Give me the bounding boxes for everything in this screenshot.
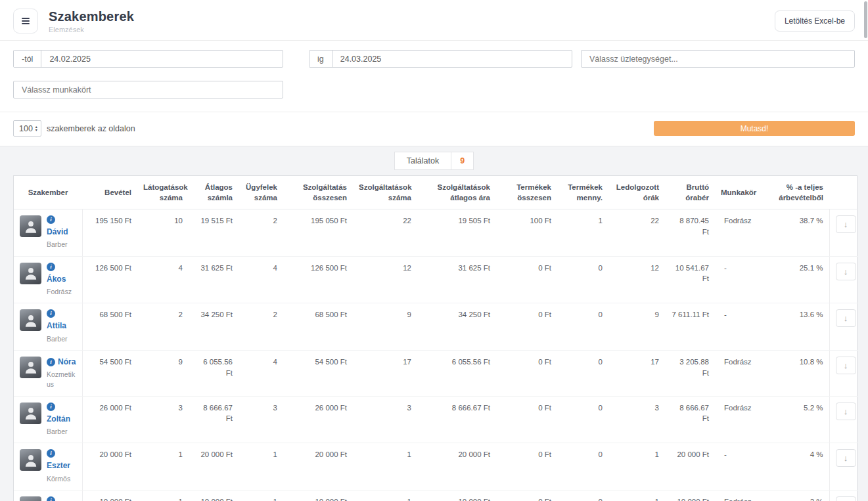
results-count-badge[interactable]: 9 xyxy=(451,152,474,170)
cell-termekek-osszesen: 100 Ft xyxy=(496,209,557,257)
cell-szolgaltatasok-atlagos-ara: 31 625 Ft xyxy=(417,256,496,303)
cell-munkakor: Fodrász xyxy=(715,396,766,443)
cell-ledolgozott-orak: 1 xyxy=(608,490,665,501)
per-page-select[interactable]: 100 ▴▾ xyxy=(13,120,41,137)
table-row: i Nóra Kozmetikus 54 500 Ft 9 6 055.56 F… xyxy=(14,350,858,396)
cell-ledolgozott-orak: 1 xyxy=(608,443,665,490)
col-header-szolgaltatasok-szama: Szolgáltatások száma xyxy=(353,176,417,209)
cell-bevetel: 20 000 Ft xyxy=(82,443,137,490)
filter-row-dates: -tól ig xyxy=(13,50,855,68)
person-icon xyxy=(22,218,39,235)
info-icon[interactable]: i xyxy=(47,215,55,224)
download-arrow-icon: ↓ xyxy=(844,360,848,370)
cell-latogatasok: 1 xyxy=(137,443,189,490)
cell-atlagos-szamla: 34 250 Ft xyxy=(189,303,239,351)
specialist-role: Barber xyxy=(47,427,76,437)
cell-brutto-oraber: 7 611.11 Ft xyxy=(665,303,715,351)
page: Szakemberek Elemzések Letöltés Excel-be … xyxy=(0,0,868,501)
download-arrow-icon: ↓ xyxy=(844,453,848,463)
info-icon[interactable]: i xyxy=(47,403,55,411)
tab-results[interactable]: Találatok xyxy=(394,152,451,170)
table-row: i Eszter Körmös 20 000 Ft 1 20 000 Ft 1 … xyxy=(14,443,858,490)
specialist-name-link[interactable]: Ákos xyxy=(47,274,66,285)
cell-szolgaltatasok-atlagos-ara: 19 505 Ft xyxy=(417,209,496,257)
specialist-role: Barber xyxy=(47,334,76,344)
cell-percent: 2 % xyxy=(766,490,829,501)
cell-atlagos-szamla: 20 000 Ft xyxy=(189,443,239,490)
cell-munkakor: - xyxy=(715,303,766,351)
col-header-percent: % -a teljes árbevételből xyxy=(766,176,829,209)
cell-ledolgozott-orak: 3 xyxy=(608,396,665,443)
cell-szolgaltatas-osszesen: 195 050 Ft xyxy=(283,209,353,257)
info-icon[interactable]: i xyxy=(47,263,55,271)
cell-termekek-osszesen: 0 Ft xyxy=(496,396,557,443)
specialist-name-link[interactable]: Dávid xyxy=(47,227,68,238)
show-button[interactable]: Mutasd! xyxy=(654,121,855,136)
cell-brutto-oraber: 10 541.67 Ft xyxy=(665,256,715,303)
cell-munkakor: - xyxy=(715,256,766,303)
avatar xyxy=(20,215,41,237)
specialist-role: Kozmetikus xyxy=(47,370,76,389)
cell-percent: 38.7 % xyxy=(766,209,829,257)
cell-atlagos-szamla: 8 666.67 Ft xyxy=(189,396,239,443)
specialist-name-link[interactable]: Zoltán xyxy=(47,414,70,425)
download-arrow-icon: ↓ xyxy=(844,267,848,276)
cell-munkakor: Fodrász xyxy=(715,350,766,396)
page-scrollbar[interactable] xyxy=(864,0,868,501)
cell-brutto-oraber: 20 000 Ft xyxy=(665,443,715,490)
cell-latogatasok: 4 xyxy=(137,256,189,303)
cell-szolgaltatas-osszesen: 10 000 Ft xyxy=(283,490,353,501)
specialist-name-link[interactable]: Eszter xyxy=(47,460,70,471)
title-block: Szakemberek Elemzések xyxy=(49,9,134,33)
download-arrow-icon: ↓ xyxy=(844,406,848,416)
row-download-button[interactable]: ↓ xyxy=(836,449,856,467)
row-download-button[interactable]: ↓ xyxy=(836,496,856,501)
specialist-name-link[interactable]: Attila xyxy=(47,320,66,332)
download-excel-button[interactable]: Letöltés Excel-be xyxy=(775,11,855,32)
info-icon[interactable]: i xyxy=(47,496,55,501)
specialist-name-link[interactable]: Nóra xyxy=(58,357,76,368)
cell-ledolgozott-orak: 22 xyxy=(608,209,665,257)
date-to-label: ig xyxy=(309,51,332,67)
col-header-ledolgozott-orak: Ledolgozott órák xyxy=(608,176,665,209)
cell-szolgaltatas-osszesen: 68 500 Ft xyxy=(283,303,353,351)
select-arrows-icon: ▴▾ xyxy=(35,125,37,132)
cell-ugyfelek: 1 xyxy=(239,443,283,490)
cell-szolgaltatasok-szama: 12 xyxy=(353,256,417,303)
cell-termekek-osszesen: 0 Ft xyxy=(496,350,557,396)
date-from-input[interactable] xyxy=(41,51,283,67)
scrollbar-thumb[interactable] xyxy=(864,1,867,38)
row-download-button[interactable]: ↓ xyxy=(836,309,856,327)
cell-percent: 4 % xyxy=(766,443,829,490)
col-header-brutto-oraber: Bruttó órabér xyxy=(665,176,715,209)
row-download-button[interactable]: ↓ xyxy=(836,357,856,374)
cell-termekek-menny: 1 xyxy=(557,209,608,257)
controls-row: 100 ▴▾ szakemberek az oldalon Mutasd! xyxy=(0,112,868,146)
hamburger-menu-button[interactable] xyxy=(13,9,38,33)
cell-bevetel: 68 500 Ft xyxy=(82,303,137,351)
cell-ledolgozott-orak: 9 xyxy=(608,303,665,351)
cell-atlagos-szamla: 6 055.56 Ft xyxy=(189,350,239,396)
col-header-ugyfelek: Ügyfelek száma xyxy=(239,176,283,209)
cell-termekek-menny: 0 xyxy=(557,396,608,443)
cell-bevetel: 10 000 Ft xyxy=(82,490,137,501)
row-download-button[interactable]: ↓ xyxy=(836,403,856,420)
cell-szolgaltatasok-szama: 22 xyxy=(353,209,417,257)
date-to-input[interactable] xyxy=(332,51,572,67)
cell-ugyfelek: 4 xyxy=(239,256,283,303)
cell-brutto-oraber: 8 666.67 Ft xyxy=(665,396,715,443)
job-select[interactable] xyxy=(13,81,283,98)
cell-szolgaltatasok-atlagos-ara: 8 666.67 Ft xyxy=(417,396,496,443)
info-icon[interactable]: i xyxy=(47,358,55,366)
col-header-atlagos-szamla: Átlagos számla xyxy=(189,176,239,209)
row-download-button[interactable]: ↓ xyxy=(836,263,856,280)
row-download-button[interactable]: ↓ xyxy=(836,215,856,233)
cell-brutto-oraber: 8 870.45 Ft xyxy=(665,209,715,257)
table-body: i Dávid Barber 195 150 Ft 10 19 515 Ft 2… xyxy=(14,209,858,501)
table-row: i Emese Kozmetikus 10 000 Ft 1 10 000 Ft… xyxy=(14,490,858,501)
info-icon[interactable]: i xyxy=(47,309,55,318)
info-icon[interactable]: i xyxy=(47,449,55,458)
cell-szolgaltatasok-szama: 1 xyxy=(353,490,417,501)
per-page-label: szakemberek az oldalon xyxy=(47,124,135,133)
business-unit-select[interactable] xyxy=(581,50,855,68)
